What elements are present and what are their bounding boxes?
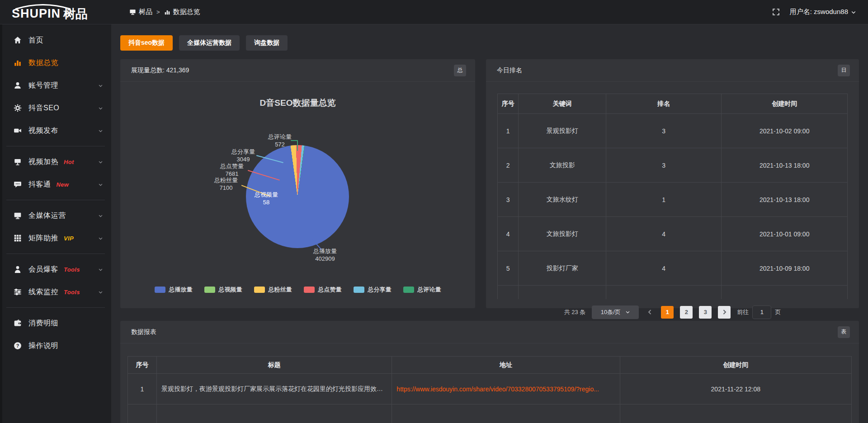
column-header: 排名: [606, 94, 721, 114]
cell-keyword: 文旅投影: [519, 148, 606, 183]
sidebar-item-label: 矩阵助推: [28, 234, 58, 243]
legend-label: 总视频量: [219, 286, 242, 294]
cell-rank: 4: [606, 251, 721, 286]
chat-icon: [14, 180, 22, 188]
new-badge: New: [57, 181, 69, 188]
tab-inquiry-data[interactable]: 询盘数据: [246, 35, 288, 51]
cell-rank: 1: [606, 183, 721, 217]
sidebar-item-video-publish[interactable]: 视频发布: [0, 119, 111, 142]
sidebar-item-matrix-boost[interactable]: 矩阵助推 VIP: [0, 227, 111, 249]
sidebar-item-label: 会员爆客: [28, 265, 58, 274]
sidebar-item-media-operation[interactable]: 全媒体运营: [0, 204, 111, 227]
sidebar-item-home[interactable]: 首页: [0, 29, 111, 52]
tab-douyin-seo-data[interactable]: 抖音seo数据: [120, 35, 173, 51]
username-label: 用户名: zswodun88: [790, 8, 848, 16]
sidebar-item-douketong[interactable]: 抖客通 New: [0, 173, 111, 196]
chevron-down-icon: [98, 128, 103, 133]
sidebar-divider: [6, 307, 105, 308]
pie-label-comments: 总评论量572: [268, 133, 292, 148]
day-badge-button[interactable]: 日: [838, 65, 850, 76]
video-camera-icon: [14, 127, 22, 135]
chevron-down-icon: [625, 310, 630, 315]
column-header: 序号: [498, 94, 519, 114]
page-button-3[interactable]: 3: [699, 306, 712, 319]
sidebar-item-label: 操作说明: [28, 341, 58, 351]
pagination-total: 共 23 条: [564, 308, 586, 316]
legend-label: 总播放量: [169, 286, 193, 294]
sidebar: 首页 数据总览 账号管理 抖音SEO: [0, 24, 111, 423]
vip-badge: VIP: [64, 235, 74, 242]
rank-table-row: 5 投影灯厂家 4 2021-10-09 18:00: [498, 251, 848, 286]
legend-item[interactable]: 总视频量: [204, 286, 242, 294]
report-panel-header: 数据报表 表: [120, 321, 859, 343]
chevron-down-icon: [98, 236, 103, 241]
tab-media-operation-data[interactable]: 全媒体运营数据: [179, 35, 240, 51]
sidebar-item-consumption[interactable]: 消费明细: [0, 312, 111, 334]
legend-swatch-icon: [155, 287, 165, 293]
page-button-1[interactable]: 1: [661, 306, 674, 319]
user-menu[interactable]: 用户名: zswodun88: [790, 8, 856, 16]
grid-icon: [14, 234, 22, 242]
breadcrumb-root-label: 树品: [139, 8, 152, 16]
legend-item[interactable]: 总分享量: [354, 286, 392, 294]
rank-table-row: 1 景观投影灯 3 2021-10-02 09:00: [498, 114, 848, 148]
today-rank-panel: 今日排名 日 序号 关键词 排名 创建时间: [486, 59, 859, 308]
breadcrumb-root[interactable]: 树品: [129, 8, 152, 16]
sidebar-item-lead-monitor[interactable]: 线索监控 Tools: [0, 281, 111, 303]
sidebar-item-video-heat[interactable]: 视频加热 Hot: [0, 150, 111, 173]
sidebar-item-account[interactable]: 账号管理: [0, 74, 111, 97]
legend-label: 总粉丝量: [269, 286, 292, 294]
legend-label: 总分享量: [368, 286, 392, 294]
rank-table-row: 3 文旅水纹灯 1 2021-10-13 18:00: [498, 183, 848, 217]
sidebar-item-label: 线索监控: [28, 287, 58, 297]
legend-swatch-icon: [304, 287, 315, 293]
rank-table-empty-row: [498, 286, 848, 299]
cell-keyword: 文旅投影灯: [519, 217, 606, 251]
cell-rank: 3: [606, 114, 721, 148]
breadcrumb-current[interactable]: 数据总览: [164, 8, 200, 16]
brand-logo[interactable]: SHUPIN 树品: [0, 2, 111, 22]
cell-time: 2021-10-09 18:00: [722, 251, 848, 286]
legend-item[interactable]: 总粉丝量: [254, 286, 292, 294]
gear-icon: [14, 104, 22, 112]
wallet-icon: [14, 319, 22, 327]
sidebar-divider: [6, 254, 105, 254]
cell-rank: 4: [606, 217, 721, 251]
page-button-2[interactable]: 2: [680, 306, 693, 319]
table-badge-button[interactable]: 表: [838, 326, 850, 338]
report-panel-title: 数据报表: [131, 328, 156, 336]
data-report-panel: 数据报表 表 序号 标题 地址 创建时间: [120, 321, 859, 423]
prev-page-icon[interactable]: [645, 309, 655, 315]
legend-item[interactable]: 总点赞量: [304, 286, 342, 294]
legend-item[interactable]: 总播放量: [155, 286, 193, 294]
monitor-icon: [14, 212, 22, 220]
cell-no: 1: [498, 114, 519, 148]
breadcrumb-separator: >: [156, 9, 160, 15]
video-link[interactable]: https://www.iesdouyin.com/share/video/70…: [396, 385, 599, 393]
bar-chart-icon: [164, 9, 170, 15]
pie-label-shares: 总分享量3049: [231, 148, 255, 163]
cell-time: 2021-10-02 09:00: [722, 114, 848, 148]
sidebar-item-member-burst[interactable]: 会员爆客 Tools: [0, 258, 111, 281]
cell-keyword: 文旅水纹灯: [519, 183, 606, 217]
sidebar-item-label: 视频加热: [28, 157, 58, 167]
goto-page-input[interactable]: [752, 306, 771, 319]
sidebar-item-douyin-seo[interactable]: 抖音SEO: [0, 97, 111, 119]
impressions-total-label: 展现量总数: 421,369: [131, 66, 189, 75]
report-table-row: 1 景观投影灯，夜游景观投影灯厂家展示展示落花灯在花园里的灯光投影应用效果 #.…: [128, 374, 852, 404]
next-page-icon[interactable]: [718, 306, 731, 319]
fullscreen-icon[interactable]: [772, 8, 780, 16]
total-badge-button[interactable]: 总: [454, 65, 466, 76]
legend-item[interactable]: 总评论量: [403, 286, 441, 294]
sidebar-item-data-overview[interactable]: 数据总览: [0, 52, 111, 74]
report-table: 序号 标题 地址 创建时间 1 景观投影灯，夜游景观投影灯厂家展示展示落花灯在花…: [127, 356, 852, 423]
top-bar: SHUPIN 树品 树品 > 数据总览 用户名: zsw: [0, 0, 868, 24]
rank-panel-title: 今日排名: [497, 66, 522, 75]
rank-table-row: 2 文旅投影 3 2021-10-13 18:00: [498, 148, 848, 183]
sidebar-item-label: 数据总览: [28, 58, 58, 68]
rank-table: 序号 关键词 排名 创建时间 1 景观投影灯 3 2021-10-02 09:0…: [497, 94, 848, 299]
sidebar-item-label: 首页: [28, 36, 43, 45]
chevron-down-icon: [851, 9, 856, 15]
page-size-select[interactable]: 10条/页: [592, 306, 639, 319]
sidebar-item-instructions[interactable]: ? 操作说明: [0, 334, 111, 357]
